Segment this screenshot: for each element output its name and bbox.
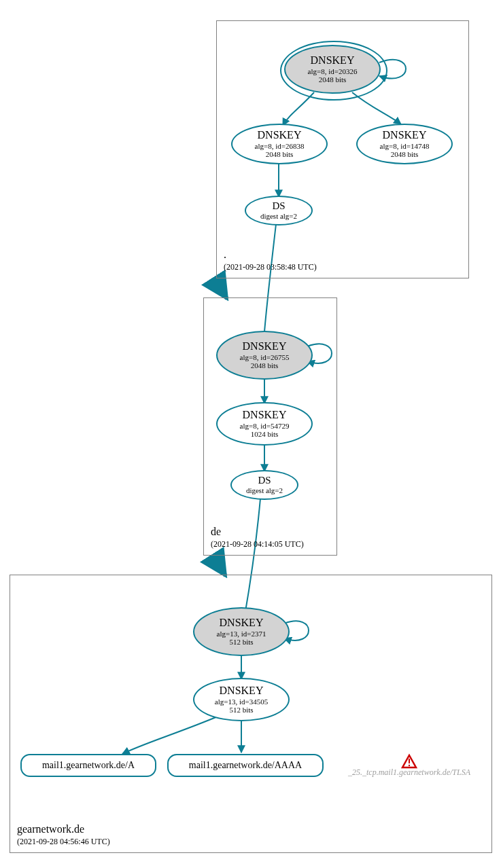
node-de-ksk-l1: alg=8, id=26755 — [240, 353, 290, 362]
node-rr-tlsa: _25._tcp.mail1.gearnetwork.de/TLSA — [333, 766, 485, 780]
zone-gear-label: gearnetwork.de (2021-09-28 04:56:46 UTC) — [17, 823, 110, 847]
node-gear-ksk-title: DNSKEY — [220, 617, 264, 629]
node-de-ksk: DNSKEY alg=8, id=26755 2048 bits — [216, 331, 313, 380]
node-root-zsk1-title: DNSKEY — [258, 129, 302, 141]
node-gear-zsk-l1: alg=13, id=34505 — [215, 698, 268, 706]
node-gear-ksk: DNSKEY alg=13, id=2371 512 bits — [193, 607, 290, 656]
node-rr-aaaa-label: mail1.gearnetwork.de/AAAA — [189, 760, 302, 771]
node-root-ksk-l1: alg=8, id=20326 — [308, 67, 358, 76]
node-root-ds-title: DS — [272, 200, 285, 212]
node-gear-ksk-l2: 512 bits — [229, 638, 253, 647]
node-de-ksk-title: DNSKEY — [243, 340, 287, 352]
node-root-zsk2-title: DNSKEY — [383, 129, 427, 141]
node-de-ds-title: DS — [258, 475, 271, 486]
zone-gear-name: gearnetwork.de — [17, 823, 110, 835]
node-rr-tlsa-label: _25._tcp.mail1.gearnetwork.de/TLSA — [348, 768, 470, 778]
node-de-zsk-l2: 1024 bits — [251, 430, 279, 439]
node-root-zsk1-l2: 2048 bits — [266, 150, 294, 159]
node-de-ksk-l2: 2048 bits — [251, 361, 279, 370]
node-root-zsk2-l2: 2048 bits — [391, 150, 419, 159]
node-de-zsk-title: DNSKEY — [243, 409, 287, 421]
node-root-ksk-l2: 2048 bits — [319, 75, 347, 84]
zone-de-time: (2021-09-28 04:14:05 UTC) — [211, 539, 304, 549]
node-de-zsk-l1: alg=8, id=54729 — [240, 422, 290, 431]
node-rr-a-label: mail1.gearnetwork.de/A — [42, 760, 135, 771]
node-root-ksk-title: DNSKEY — [311, 54, 355, 67]
node-de-zsk: DNSKEY alg=8, id=54729 1024 bits — [216, 402, 313, 446]
node-gear-zsk-title: DNSKEY — [220, 685, 264, 697]
zone-root-label: . (2021-09-28 03:58:48 UTC) — [224, 249, 317, 272]
node-root-zsk1-l1: alg=8, id=26838 — [255, 142, 305, 151]
node-root-ds-l1: digest alg=2 — [260, 212, 297, 221]
diagram-canvas: . (2021-09-28 03:58:48 UTC) DNSKEY alg=8… — [0, 0, 501, 868]
node-root-zsk1: DNSKEY alg=8, id=26838 2048 bits — [231, 124, 328, 164]
node-gear-zsk-l2: 512 bits — [229, 706, 253, 715]
node-rr-a: mail1.gearnetwork.de/A — [20, 754, 156, 777]
zone-root-name: . — [224, 249, 317, 261]
zone-de-name: de — [211, 526, 304, 538]
node-rr-aaaa: mail1.gearnetwork.de/AAAA — [167, 754, 324, 777]
node-root-ksk: DNSKEY alg=8, id=20326 2048 bits — [284, 45, 381, 94]
node-root-zsk2: DNSKEY alg=8, id=14748 2048 bits — [356, 124, 453, 164]
node-de-ds-l1: digest alg=2 — [246, 486, 283, 495]
zone-root-time: (2021-09-28 03:58:48 UTC) — [224, 262, 317, 272]
zone-gear-time: (2021-09-28 04:56:46 UTC) — [17, 837, 110, 847]
node-gear-zsk: DNSKEY alg=13, id=34505 512 bits — [193, 678, 290, 721]
node-gear-ksk-l1: alg=13, id=2371 — [217, 630, 266, 638]
node-de-ds: DS digest alg=2 — [230, 470, 298, 500]
node-root-ds: DS digest alg=2 — [245, 196, 313, 225]
zone-de-label: de (2021-09-28 04:14:05 UTC) — [211, 526, 304, 549]
node-root-zsk2-l1: alg=8, id=14748 — [380, 142, 430, 151]
